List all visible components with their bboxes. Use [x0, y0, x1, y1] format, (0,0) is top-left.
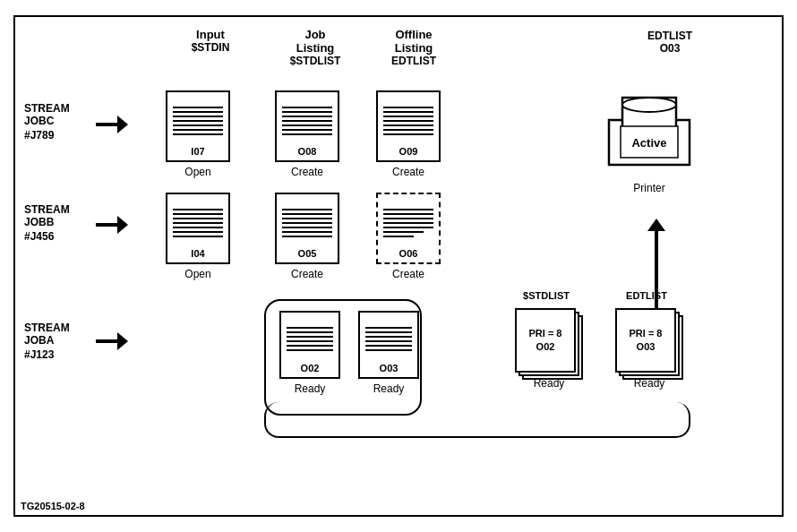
doc-o09-status: Create: [376, 166, 441, 178]
doc-o06: O06: [376, 193, 441, 264]
offline-listing-header: Offline Listing EDTLIST: [373, 28, 454, 67]
input-header: Input $STDIN: [175, 28, 246, 54]
doc-o08-status: Create: [275, 166, 339, 178]
outer-bracket: [264, 402, 690, 438]
job-listing-header: Job Listing $STDLIST: [275, 28, 356, 67]
up-arrow: [647, 219, 665, 310]
doc-i07: I07: [166, 90, 230, 162]
doc-o02: O02: [279, 311, 340, 379]
stream-joba-label: STREAM JOBA #J123: [24, 322, 70, 361]
doc-o05: O05: [275, 193, 339, 264]
doc-i07-status: Open: [166, 166, 230, 178]
spool-edtlist-status: Ready: [615, 377, 683, 390]
printer-icon: Active: [596, 89, 703, 182]
figure-label: TG20515-02-8: [21, 501, 85, 511]
jobc-arrow: [96, 116, 128, 133]
spool-stdlist-status: Ready: [515, 377, 583, 390]
diagram-container: TG20515-02-8 Input $STDIN Job Listing $S…: [13, 15, 784, 517]
doc-i04-status: Open: [166, 268, 230, 280]
doc-o03: O03: [358, 311, 419, 379]
doc-o03-status: Ready: [358, 382, 419, 395]
svg-point-4: [622, 98, 676, 112]
doc-i04: I04: [166, 193, 230, 264]
printer-label: Printer: [613, 182, 685, 194]
stream-jobb-label: STREAM JOBB #J456: [24, 203, 70, 243]
doc-o05-status: Create: [275, 268, 339, 280]
stream-jobc-label: STREAM JOBC #J789: [24, 102, 70, 142]
svg-text:Active: Active: [631, 136, 666, 150]
spool-stdlist-header: $STDLIST: [510, 290, 582, 301]
printer-edtlist-label: EDTLIST O03: [647, 30, 692, 55]
doc-o08: O08: [275, 90, 339, 162]
doc-o02-status: Ready: [279, 382, 340, 395]
joba-arrow: [96, 332, 128, 350]
doc-o09: O09: [376, 90, 441, 162]
doc-o06-status: Create: [376, 268, 441, 280]
spool-edtlist-header: EDTLIST: [611, 290, 682, 301]
jobb-arrow: [96, 216, 128, 234]
